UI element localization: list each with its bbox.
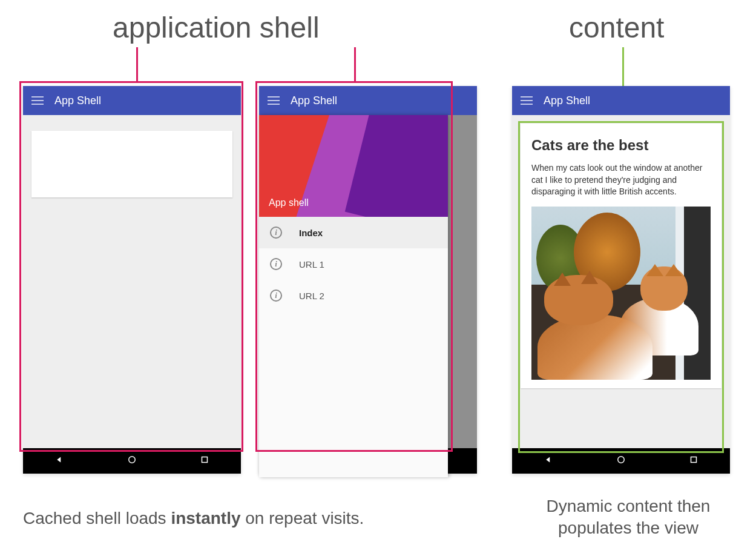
hamburger-icon[interactable] [521, 96, 533, 105]
drawer-item-label: URL 1 [299, 259, 324, 270]
drawer-item-url1[interactable]: i URL 1 [259, 248, 448, 280]
recents-icon[interactable] [688, 454, 699, 468]
drawer-item-label: URL 2 [299, 291, 324, 301]
info-icon: i [270, 227, 282, 239]
drawer-item-index[interactable]: i Index [259, 217, 448, 248]
caption-shell-pre: Cached shell loads [23, 509, 171, 528]
svg-point-4 [618, 457, 625, 463]
caption-shell-strong: instantly [171, 509, 240, 528]
caption-shell-post: on repeat visits. [241, 509, 364, 528]
heading-content: content [569, 11, 664, 44]
back-icon[interactable] [543, 454, 554, 468]
drawer-header-title: App shell [269, 197, 309, 208]
app-toolbar: App Shell [23, 86, 241, 115]
app-toolbar: App Shell [512, 86, 730, 115]
svg-rect-5 [691, 457, 697, 463]
leader-line-shell-left [136, 47, 138, 82]
drawer-item-label: Index [299, 228, 323, 238]
heading-application-shell: application shell [113, 11, 320, 44]
article-title: Cats are the best [531, 137, 711, 154]
info-icon: i [270, 258, 282, 270]
caption-shell: Cached shell loads instantly on repeat v… [23, 509, 364, 528]
phone-content: App Shell Cats are the best When my cats… [512, 86, 730, 474]
article-body: When my cats look out the window at anot… [531, 162, 711, 198]
article-image [531, 207, 711, 380]
phone-shell-empty: App Shell [23, 86, 241, 474]
toolbar-title: App Shell [54, 94, 101, 107]
hamburger-icon[interactable] [268, 96, 280, 105]
toolbar-title: App Shell [291, 94, 337, 107]
info-icon: i [270, 289, 282, 302]
android-navbar [23, 448, 241, 474]
leader-line-shell-right [354, 47, 356, 82]
recents-icon[interactable] [199, 454, 210, 468]
svg-rect-1 [202, 457, 208, 463]
phone-shell-drawer: App Shell App shell i Index i URL 1 i UR… [259, 86, 477, 474]
back-icon[interactable] [54, 454, 65, 468]
drawer-item-url2[interactable]: i URL 2 [259, 280, 448, 311]
placeholder-card [31, 131, 232, 197]
hamburger-icon[interactable] [31, 96, 44, 105]
app-toolbar: App Shell [259, 86, 477, 115]
home-icon[interactable] [127, 454, 137, 468]
content-card: Cats are the best When my cats look out … [521, 124, 721, 388]
phone-body: App shell i Index i URL 1 i URL 2 [259, 115, 477, 448]
phone-body [23, 115, 241, 448]
caption-content: Dynamic content then populates the view [519, 495, 737, 540]
svg-point-0 [129, 457, 136, 463]
drawer-list: i Index i URL 1 i URL 2 [259, 217, 448, 311]
toolbar-title: App Shell [544, 94, 590, 107]
phone-body: Cats are the best When my cats look out … [512, 115, 730, 448]
drawer-header: App shell [259, 115, 448, 217]
home-icon[interactable] [616, 454, 626, 468]
nav-drawer: App shell i Index i URL 1 i URL 2 [259, 115, 448, 477]
android-navbar [512, 448, 730, 474]
